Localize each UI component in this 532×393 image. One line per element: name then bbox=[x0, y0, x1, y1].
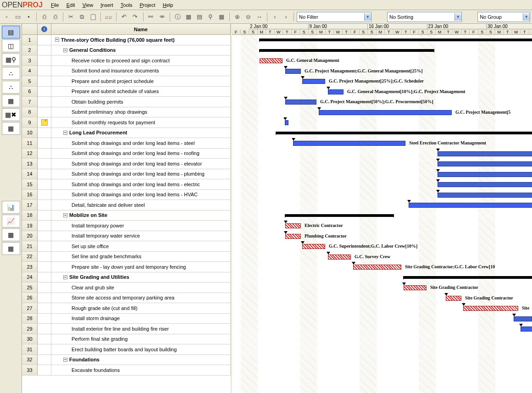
grid-header-number[interactable] bbox=[22, 24, 38, 34]
row-number[interactable]: 27 bbox=[22, 303, 38, 313]
row-number[interactable]: 8 bbox=[22, 107, 38, 117]
wbs-view-icon[interactable]: ⛬ bbox=[2, 67, 20, 80]
new-icon[interactable]: ▫ bbox=[2, 12, 11, 22]
row-number[interactable]: 29 bbox=[22, 324, 38, 334]
task-name-cell[interactable]: Prepare site - lay down yard and tempora… bbox=[51, 262, 231, 272]
task-bar[interactable] bbox=[260, 58, 283, 63]
notes-icon[interactable]: ▤ bbox=[195, 12, 205, 22]
task-bar[interactable] bbox=[438, 161, 532, 166]
table-row[interactable]: 26Stone site access and temporary parkin… bbox=[22, 293, 231, 304]
task-bar[interactable] bbox=[285, 100, 316, 105]
row-number[interactable]: 14 bbox=[22, 169, 38, 179]
task-name-cell[interactable]: −Site Grading and Utilities bbox=[51, 272, 231, 282]
resource-icon[interactable]: ⚲ bbox=[206, 12, 216, 22]
row-number[interactable]: 9 bbox=[22, 117, 38, 127]
task-name-cell[interactable]: −Mobilize on Site bbox=[51, 210, 231, 221]
zoom-fit-icon[interactable]: ↔ bbox=[255, 12, 264, 22]
row-number[interactable]: 20 bbox=[22, 231, 38, 241]
row-number[interactable]: 31 bbox=[22, 344, 38, 354]
summary-bar[interactable] bbox=[276, 132, 532, 134]
task-name-cell[interactable]: Receive notice to proceed and sign contr… bbox=[51, 55, 231, 66]
task-bar[interactable] bbox=[438, 172, 532, 177]
row-number[interactable]: 4 bbox=[22, 66, 38, 76]
task-name-cell[interactable]: −Long Lead Procurement bbox=[51, 128, 231, 138]
task-name-cell[interactable]: Rough grade site (cut and fill) bbox=[51, 303, 231, 313]
task-name-cell[interactable]: Erect building batter boards and layout … bbox=[51, 344, 231, 354]
table-row[interactable]: 4Submit bond and insurance documents bbox=[22, 66, 231, 77]
task-usage-icon[interactable]: ▦ bbox=[2, 122, 20, 135]
filter-dropdown[interactable]: No Filter▾ bbox=[297, 12, 371, 22]
task-name-cell[interactable]: Clear and grub site bbox=[51, 282, 231, 293]
print-icon[interactable]: ⎙ bbox=[39, 12, 49, 22]
usage-view-icon[interactable]: ▦✖ bbox=[2, 108, 20, 121]
table-row[interactable]: 7Obtain building permits bbox=[22, 97, 231, 107]
task-bar[interactable] bbox=[319, 110, 452, 115]
row-number[interactable]: 32 bbox=[22, 355, 38, 365]
table-row[interactable]: 31Erect building batter boards and layou… bbox=[22, 344, 231, 355]
summary-bar[interactable] bbox=[285, 214, 393, 217]
task-bar[interactable] bbox=[446, 296, 461, 301]
row-number[interactable]: 30 bbox=[22, 334, 38, 344]
row-number[interactable]: 15 bbox=[22, 179, 38, 189]
zoom-in-icon[interactable]: ⊕ bbox=[233, 12, 242, 22]
link-icon[interactable]: ⚯ bbox=[146, 12, 155, 22]
paste-icon[interactable]: 📋 bbox=[88, 12, 98, 22]
report-view-icon[interactable]: ▦ bbox=[2, 94, 20, 107]
table-row[interactable]: 29Install exterior fire line and buildin… bbox=[22, 324, 231, 334]
gantt-view-icon[interactable]: ▤ bbox=[2, 26, 20, 39]
task-name-cell[interactable]: Submit shop drawings and order long lead… bbox=[51, 159, 231, 169]
assign-icon[interactable]: ▦ bbox=[217, 12, 227, 22]
task-name-cell[interactable]: Obtain building permits bbox=[51, 97, 231, 107]
table-row[interactable]: 11Submit shop drawings and order long le… bbox=[22, 138, 231, 149]
row-number[interactable]: 28 bbox=[22, 314, 38, 324]
print-preview-icon[interactable]: ⎙ bbox=[50, 12, 60, 22]
task-bar[interactable] bbox=[328, 89, 344, 94]
calendar-icon[interactable]: ▦ bbox=[184, 12, 194, 22]
rbs-view-icon[interactable]: ⛬ bbox=[2, 81, 20, 94]
table-row[interactable]: 33Excavate foundations bbox=[22, 365, 231, 376]
task-bar[interactable] bbox=[293, 141, 405, 146]
task-name-cell[interactable]: Submit shop drawings and order long lead… bbox=[51, 190, 231, 200]
task-bar[interactable] bbox=[285, 69, 301, 74]
group-dropdown[interactable]: No Group▾ bbox=[477, 12, 530, 22]
histogram-icon[interactable]: 📊 bbox=[2, 201, 20, 214]
gantt-chart[interactable]: 2 Jan 009 Jan 0016 Jan 0023 Jan 0030 Jan… bbox=[232, 24, 532, 393]
task-bar[interactable] bbox=[514, 316, 532, 321]
menu-help[interactable]: Help bbox=[159, 1, 177, 9]
table-row[interactable]: 3Receive notice to proceed and sign cont… bbox=[22, 55, 231, 66]
task-bar[interactable] bbox=[302, 79, 325, 84]
row-number[interactable]: 3 bbox=[22, 55, 38, 66]
grid-header-info[interactable]: i bbox=[38, 24, 51, 34]
task-name-cell[interactable]: Stone site access and temporary parking … bbox=[51, 293, 231, 303]
task-name-cell[interactable]: −Foundations bbox=[51, 355, 231, 365]
network-view-icon[interactable]: ◫ bbox=[2, 39, 20, 52]
task-bar[interactable] bbox=[463, 306, 518, 311]
table-row[interactable]: 6Prepare and submit schedule of values bbox=[22, 87, 231, 97]
sort-dropdown[interactable]: No Sorting▾ bbox=[387, 12, 461, 22]
task-bar[interactable] bbox=[404, 285, 427, 290]
table-row[interactable]: 22Set line and grade benchmarks bbox=[22, 252, 231, 262]
table-row[interactable]: 16Submit shop drawings and order long le… bbox=[22, 190, 231, 200]
row-number[interactable]: 10 bbox=[22, 128, 38, 138]
row-number[interactable]: 26 bbox=[22, 293, 38, 303]
task-name-cell[interactable]: Install storm drainage bbox=[51, 314, 231, 324]
task-bar[interactable] bbox=[353, 265, 401, 270]
task-bar[interactable] bbox=[438, 193, 532, 198]
task-bar[interactable] bbox=[438, 182, 532, 187]
copy-icon[interactable]: ⧉ bbox=[77, 12, 87, 22]
row-number[interactable]: 1 bbox=[22, 35, 38, 45]
row-number[interactable]: 5 bbox=[22, 76, 38, 86]
task-name-cell[interactable]: Install temporary water service bbox=[51, 231, 231, 241]
table-row[interactable]: 18−Mobilize on Site bbox=[22, 210, 231, 221]
zoom-out-icon[interactable]: ⊖ bbox=[244, 12, 253, 22]
row-number[interactable]: 25 bbox=[22, 282, 38, 293]
task-name-cell[interactable]: Submit shop drawings and order long lead… bbox=[51, 149, 231, 159]
table-row[interactable]: 25Clear and grub site bbox=[22, 282, 231, 293]
row-number[interactable]: 18 bbox=[22, 210, 38, 221]
table-row[interactable]: 1−Three-story Office Building (76,000 sq… bbox=[22, 35, 231, 45]
task-name-cell[interactable]: Perform final site grading bbox=[51, 334, 231, 344]
table-row[interactable]: 8Submit preliminary shop drawings bbox=[22, 107, 231, 118]
table-row[interactable]: 19Install temporary power bbox=[22, 221, 231, 231]
open-icon[interactable]: ▭ bbox=[13, 12, 22, 22]
summary-bar[interactable] bbox=[260, 39, 532, 41]
